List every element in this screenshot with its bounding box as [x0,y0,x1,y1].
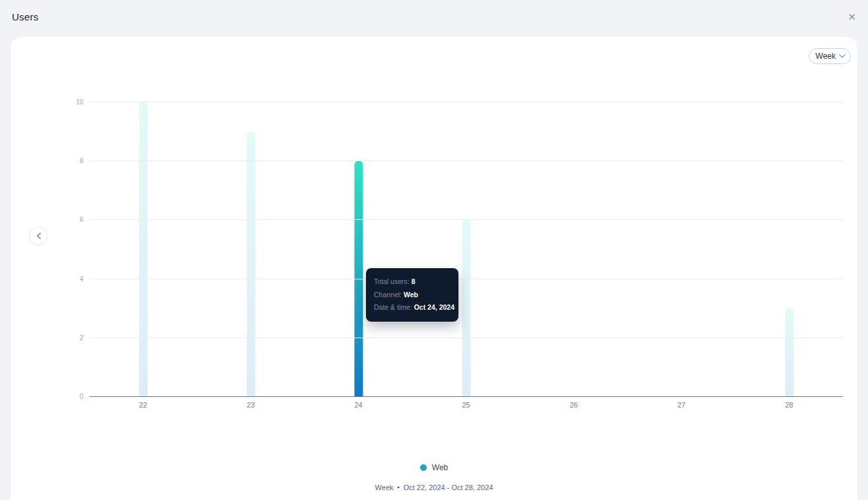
x-tick-label-24: 24 [305,401,412,409]
x-axis-line [89,396,843,397]
x-tick-label-27: 27 [628,401,735,409]
bar-slot-28 [735,102,843,396]
close-icon[interactable]: ✕ [848,12,856,22]
y-tick-label-2: 2 [79,334,83,341]
chart-footer: Week • Oct 22, 2024 - Oct 28, 2024 [11,483,857,491]
x-tick-label-23: 23 [197,401,305,409]
users-modal: Users ✕ Week 0246810 22232425262728 Tota… [0,0,868,500]
bar-23[interactable] [246,131,255,396]
bar-28[interactable] [785,308,793,396]
page-title: Users [12,11,38,22]
tooltip-date: Date & time: Oct 24, 2024 [374,301,451,314]
gridline-y10 [89,102,843,102]
chart-legend: Web [11,463,857,472]
bar-slot-24 [305,102,412,396]
bar-slot-25 [412,102,520,396]
x-axis-labels: 22232425262728 [89,401,843,409]
y-tick-label-4: 4 [79,275,83,282]
y-tick-label-6: 6 [79,216,83,223]
chevron-down-icon [839,54,846,58]
gridline-y4 [89,279,843,279]
bar-slot-27 [628,102,735,396]
bar-slot-26 [520,102,628,396]
tooltip-channel: Channel: Web [374,289,451,302]
bar-slot-23 [197,102,305,396]
bar-25[interactable] [462,219,470,396]
footer-date-range: Oct 22, 2024 - Oct 28, 2024 [404,483,493,491]
y-tick-label-10: 10 [76,98,83,106]
tooltip-total-users: Total users: 8 [374,275,451,289]
prev-period-button[interactable] [29,227,48,245]
bar-chart-plot-area: 0246810 [89,102,843,396]
footer-period: Week [375,483,394,491]
gridline-y8 [89,161,843,161]
modal-header: Users ✕ [0,0,868,33]
bar-slot-22 [89,102,197,396]
bars-container [89,102,843,396]
chevron-left-icon [36,230,41,242]
x-tick-label-25: 25 [412,401,520,409]
range-selector-value: Week [816,52,836,61]
bar-22[interactable] [139,102,147,396]
y-tick-label-8: 8 [79,157,83,164]
y-tick-label-0: 0 [79,393,83,400]
legend-dot-web [420,464,427,471]
x-tick-label-26: 26 [520,401,628,409]
x-tick-label-22: 22 [89,401,197,409]
chart-tooltip: Total users: 8 Channel: Web Date & time:… [366,268,458,322]
legend-label-web: Web [432,463,448,472]
gridline-y2 [89,338,843,338]
footer-separator-dot: • [398,484,400,491]
chart-panel: Week 0246810 22232425262728 Total users:… [11,37,857,500]
gridline-y6 [89,219,843,220]
range-selector-dropdown[interactable]: Week [809,48,851,64]
x-tick-label-28: 28 [735,401,843,409]
